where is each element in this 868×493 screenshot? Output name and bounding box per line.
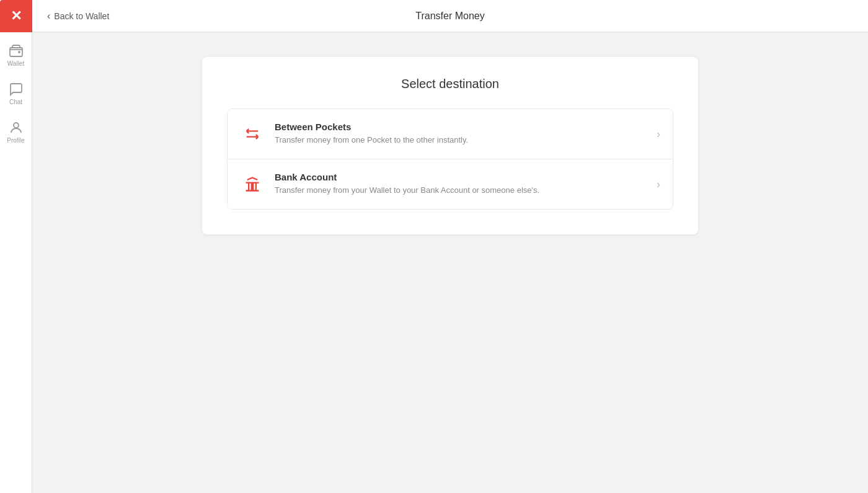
chevron-right-icon-bank: › xyxy=(657,178,660,191)
back-chevron-icon: ‹ xyxy=(47,11,50,21)
sidebar-item-chat[interactable]: Chat xyxy=(0,76,32,112)
option-bank-account[interactable]: Bank Account Transfer money from your Wa… xyxy=(228,159,673,209)
profile-icon xyxy=(9,120,24,135)
content-area: Select destination Between Pockets Trans… xyxy=(32,32,868,493)
sidebar-profile-label: Profile xyxy=(7,137,24,144)
chat-icon xyxy=(9,82,24,97)
between-pockets-title: Between Pockets xyxy=(275,122,649,132)
wallet-icon xyxy=(9,43,24,58)
bank-icon xyxy=(240,172,265,197)
chevron-right-icon-pockets: › xyxy=(657,128,660,141)
option-between-pockets[interactable]: Between Pockets Transfer money from one … xyxy=(228,109,673,159)
option-list: Between Pockets Transfer money from one … xyxy=(227,109,673,210)
brand-button[interactable]: ✕ xyxy=(0,0,32,32)
page-title: Transfer Money xyxy=(415,11,484,22)
destination-card: Select destination Between Pockets Trans… xyxy=(202,57,698,234)
bank-account-title: Bank Account xyxy=(275,172,649,182)
brand-x-icon: ✕ xyxy=(11,9,22,23)
back-button[interactable]: ‹ Back to Wallet xyxy=(47,11,109,21)
sidebar: Wallet Chat Profile xyxy=(0,0,32,493)
svg-point-1 xyxy=(14,123,19,128)
transfer-icon xyxy=(240,122,265,146)
between-pockets-desc: Transfer money from one Pocket to the ot… xyxy=(275,135,649,146)
sidebar-item-profile[interactable]: Profile xyxy=(0,114,32,150)
bank-account-desc: Transfer money from your Wallet to your … xyxy=(275,185,649,196)
back-label: Back to Wallet xyxy=(54,11,109,21)
sidebar-chat-label: Chat xyxy=(9,99,22,105)
main-area: ‹ Back to Wallet Transfer Money Select d… xyxy=(32,0,868,493)
sidebar-wallet-label: Wallet xyxy=(7,60,24,67)
between-pockets-text: Between Pockets Transfer money from one … xyxy=(275,122,649,146)
sidebar-item-wallet[interactable]: Wallet xyxy=(0,37,32,73)
svg-rect-0 xyxy=(10,48,22,56)
bank-account-text: Bank Account Transfer money from your Wa… xyxy=(275,172,649,196)
card-title: Select destination xyxy=(227,77,673,91)
header: ‹ Back to Wallet Transfer Money xyxy=(32,0,868,32)
